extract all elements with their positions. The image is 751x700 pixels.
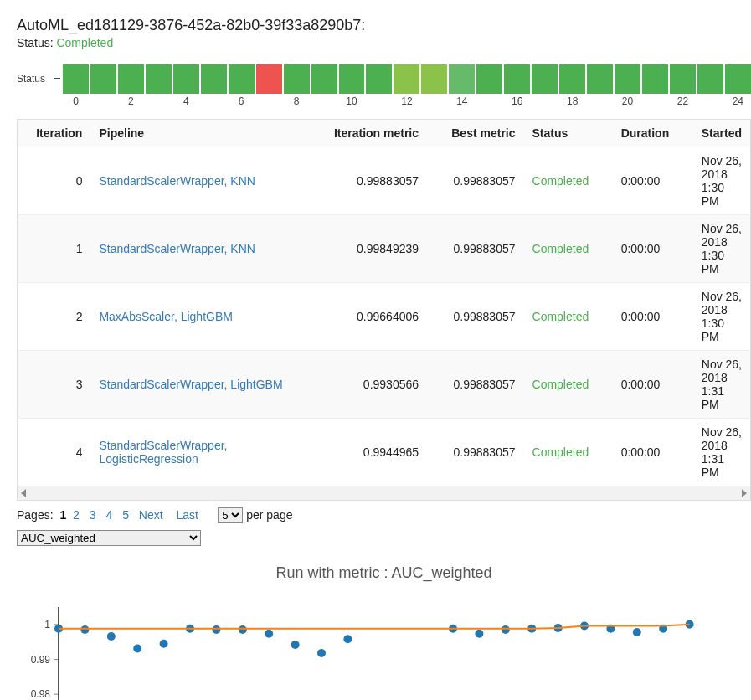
status-cell[interactable] [118, 64, 144, 94]
svg-text:0.99: 0.99 [31, 654, 51, 666]
page-number[interactable]: 5 [119, 508, 132, 522]
chart-point[interactable] [317, 649, 326, 657]
page-number: 1 [59, 508, 66, 522]
status-cell[interactable] [476, 64, 502, 94]
col-status[interactable]: Status [524, 120, 613, 147]
cell-status: Completed [524, 147, 613, 215]
page-number[interactable]: 3 [86, 508, 100, 522]
cell-iter-metric: 0.99664006 [316, 283, 427, 351]
page-last[interactable]: Last [172, 508, 201, 522]
metric-chart[interactable]: 0.940.950.960.970.980.9910510152025 [17, 599, 733, 700]
cell-best-metric: 0.99883057 [427, 419, 523, 486]
table-row[interactable]: 1StandardScalerWrapper, KNN0.998492390.9… [18, 215, 751, 283]
cell-iteration: 1 [18, 215, 91, 283]
status-cell[interactable] [366, 64, 392, 94]
page-number[interactable]: 2 [69, 508, 83, 522]
status-cell[interactable] [504, 64, 530, 94]
status-cell[interactable] [421, 64, 447, 94]
cell-status: Completed [524, 351, 613, 419]
chart-point[interactable] [80, 625, 89, 634]
cell-duration: 0:00:00 [613, 419, 693, 486]
chart-point[interactable] [160, 640, 168, 648]
chart-point[interactable] [343, 635, 352, 643]
col-iteration-metric[interactable]: Iteration metric [316, 120, 427, 147]
chart-point[interactable] [265, 630, 273, 638]
chart-point[interactable] [475, 630, 483, 638]
chart-point[interactable] [239, 625, 247, 634]
per-page-select[interactable]: 5 [218, 507, 243, 523]
status-cell[interactable] [339, 64, 365, 94]
status-cell[interactable] [256, 64, 282, 94]
cell-started: Nov 26, 2018 1:30 PM [693, 283, 751, 351]
status-label: Status: [17, 36, 56, 49]
pages-label: Pages: [17, 508, 54, 522]
cell-iter-metric: 0.99883057 [316, 147, 427, 215]
cell-best-metric: 0.99883057 [427, 147, 523, 215]
status-cell[interactable] [90, 64, 116, 94]
cell-started: Nov 26, 2018 1:30 PM [693, 215, 751, 283]
status-bar-axis-label: Status [17, 64, 45, 94]
status-cell[interactable] [642, 64, 668, 94]
cell-pipeline[interactable]: MaxAbsScaler, LightGBM [90, 283, 316, 351]
chart-point[interactable] [212, 625, 220, 634]
chart-point[interactable] [502, 625, 510, 634]
page-next[interactable]: Next [136, 508, 167, 522]
status-cell[interactable] [697, 64, 723, 94]
col-iteration[interactable]: Iteration [18, 120, 91, 147]
status-cell[interactable] [559, 64, 585, 94]
cell-iter-metric: 0.9944965 [316, 419, 427, 486]
cell-pipeline[interactable]: StandardScalerWrapper, KNN [90, 215, 316, 283]
svg-text:1: 1 [44, 619, 50, 631]
status-cell[interactable] [615, 64, 640, 94]
col-duration[interactable]: Duration [613, 120, 693, 147]
metric-select[interactable]: AUC_weighted [17, 530, 201, 546]
chart-point[interactable] [133, 645, 141, 653]
col-pipeline[interactable]: Pipeline [90, 120, 316, 147]
iterations-table: Iteration Pipeline Iteration metric Best… [17, 119, 751, 486]
page-number[interactable]: 4 [102, 508, 116, 522]
status-cell[interactable] [449, 64, 475, 94]
cell-iter-metric: 0.9930566 [316, 351, 427, 419]
cell-pipeline[interactable]: StandardScalerWrapper, KNN [90, 147, 316, 215]
status-cell[interactable] [63, 64, 89, 94]
status-cell[interactable] [146, 64, 172, 94]
cell-pipeline[interactable]: StandardScalerWrapper, LogisticRegressio… [90, 419, 316, 486]
chart-point[interactable] [291, 641, 300, 649]
status-value: Completed [56, 36, 113, 49]
cell-best-metric: 0.99883057 [427, 351, 523, 419]
cell-status: Completed [524, 215, 613, 283]
status-cell[interactable] [394, 64, 419, 94]
status-cell[interactable] [201, 64, 227, 94]
cell-iteration: 2 [18, 283, 91, 351]
cell-best-metric: 0.99883057 [427, 215, 523, 283]
table-row[interactable]: 2MaxAbsScaler, LightGBM0.996640060.99883… [18, 283, 751, 351]
status-cell[interactable] [532, 64, 558, 94]
status-cell[interactable] [284, 64, 310, 94]
per-page-label: per page [246, 508, 292, 522]
status-cell[interactable] [229, 64, 255, 94]
cell-duration: 0:00:00 [613, 147, 693, 215]
chart-point[interactable] [633, 628, 641, 636]
pagination: Pages: 1 2 3 4 5 Next Last 5 per page [17, 507, 751, 523]
status-line: Status: Completed [17, 36, 751, 49]
cell-iteration: 4 [18, 419, 91, 486]
cell-pipeline[interactable]: StandardScalerWrapper, LightGBM [90, 351, 316, 419]
status-cell[interactable] [725, 64, 751, 94]
status-cell[interactable] [587, 64, 613, 94]
status-cell[interactable] [670, 64, 696, 94]
table-row[interactable]: 3StandardScalerWrapper, LightGBM0.993056… [18, 351, 751, 419]
cell-iteration: 0 [18, 147, 91, 215]
status-cell[interactable] [311, 64, 337, 94]
cell-best-metric: 0.99883057 [427, 283, 523, 351]
cell-duration: 0:00:00 [613, 283, 693, 351]
col-started[interactable]: Started [693, 120, 751, 147]
col-best-metric[interactable]: Best metric [427, 120, 523, 147]
table-row[interactable]: 4StandardScalerWrapper, LogisticRegressi… [18, 419, 751, 486]
table-row[interactable]: 0StandardScalerWrapper, KNN0.998830570.9… [18, 147, 751, 215]
status-bar-chart: Status 024681012141618202224 [17, 56, 751, 107]
svg-text:0.98: 0.98 [31, 688, 51, 700]
table-horizontal-scrollbar[interactable] [17, 486, 751, 501]
status-cell[interactable] [173, 64, 199, 94]
chart-point[interactable] [107, 632, 116, 641]
cell-started: Nov 26, 2018 1:31 PM [693, 351, 751, 419]
